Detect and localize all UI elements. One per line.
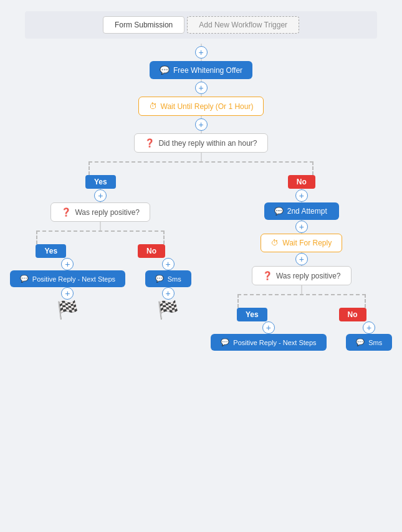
finish-flag-left: 🏁 [57, 300, 79, 320]
add-r-yes[interactable]: + [262, 321, 275, 334]
sub-sub-branch: + 💬 Positive Reply - Next Steps + 🏁 [0, 258, 201, 320]
wait-for-reply-label: Wait For Reply [282, 239, 332, 247]
question-icon-3: ❓ [262, 271, 272, 280]
no-sub-right: + 💬 Sms [346, 321, 392, 351]
add-left-1[interactable]: + [94, 189, 107, 202]
add-right-2[interactable]: + [295, 221, 308, 233]
add-step-2[interactable]: + [195, 82, 208, 94]
right-sub-branch: + 💬 Positive Reply - Next Steps + [201, 321, 403, 351]
condition2-right-node[interactable]: ❓ Was reply positive? [252, 266, 352, 285]
wait-until-node[interactable]: ⏱ Wait Until Reply (Or 1 Hour) [138, 97, 264, 116]
add-right-1[interactable]: + [295, 189, 308, 202]
add-step-1[interactable]: + [195, 46, 208, 59]
positive-reply-right-label: Positive Reply - Next Steps [233, 339, 316, 346]
yes-no-row-1: Yes No [0, 175, 402, 189]
add-step-3[interactable]: + [195, 118, 208, 131]
no-badge-3[interactable]: No [339, 308, 366, 321]
condition2-right-label: Was reply positive? [276, 272, 341, 280]
condition2-left-node[interactable]: ❓ Was reply positive? [50, 202, 150, 222]
branch-right-1: No [201, 175, 403, 189]
sms-icon-2: 💬 [20, 275, 29, 283]
wait-until-label: Wait Until Reply (Or 1 Hour) [161, 102, 254, 111]
condition1-node[interactable]: ❓ Did they reply within an hour? [134, 133, 267, 153]
connector-right-3: + [295, 252, 308, 266]
branch-right-content: + 💬 2nd Attempt + ⏱ Wait For Reply [201, 189, 403, 351]
free-offer-label: Free Whitening Offer [173, 66, 242, 75]
connector-2: + [195, 79, 208, 97]
sms-left-node[interactable]: 💬 Sms [145, 270, 191, 287]
connector-right-2: + [295, 220, 308, 234]
question-icon-2: ❓ [61, 207, 71, 217]
conn-r-no: + [363, 321, 375, 334]
finish-flag-right-left: 🏁 [157, 300, 179, 320]
add-no-sub[interactable]: + [162, 258, 175, 270]
add-r-no[interactable]: + [363, 321, 375, 334]
yes-badge-3[interactable]: Yes [237, 308, 267, 321]
free-offer-node[interactable]: 💬 Free Whitening Offer [150, 61, 252, 79]
trigger-row: Form Submission Add New Workflow Trigger [25, 11, 377, 39]
flow-container: + 💬 Free Whitening Offer + ⏱ Wait Until … [0, 44, 402, 351]
conn-no-sub: + [162, 258, 175, 270]
sms-icon-5: 💬 [221, 338, 229, 346]
connector-right-1: + [295, 189, 308, 202]
conn-no-sub-2: + [162, 287, 175, 300]
conn-yes-sub: + [61, 258, 74, 270]
add-yes-sub[interactable]: + [61, 258, 74, 270]
workflow-canvas: Form Submission Add New Workflow Trigger… [0, 0, 402, 532]
branch-split-1 [0, 153, 402, 175]
branch-left-1: Yes [0, 175, 201, 189]
sub-branch-container: + ❓ Was reply positive? Yes No [0, 189, 402, 351]
condition2-left-label: Was reply positive? [75, 208, 140, 217]
sms-right-node[interactable]: 💬 Sms [346, 334, 392, 351]
positive-reply-left-label: Positive Reply - Next Steps [32, 275, 115, 283]
connector-1: + [195, 44, 208, 61]
sms-right-label: Sms [368, 339, 382, 346]
form-submission-trigger[interactable]: Form Submission [103, 16, 184, 34]
yes-sub-right: + 💬 Positive Reply - Next Steps [211, 321, 326, 351]
yes-no-row-2: Yes No [0, 244, 201, 258]
wait-for-reply-node[interactable]: ⏱ Wait For Reply [261, 234, 342, 252]
connector-left-1: + [94, 189, 107, 202]
no-sub-branch: + 💬 Sms + 🏁 [145, 258, 191, 320]
yes-badge-1[interactable]: Yes [85, 175, 116, 189]
branch-split-right [201, 285, 403, 308]
positive-reply-left-node[interactable]: 💬 Positive Reply - Next Steps [10, 270, 125, 287]
positive-reply-right-node[interactable]: 💬 Positive Reply - Next Steps [211, 334, 326, 351]
yes-sub-branch: + 💬 Positive Reply - Next Steps + 🏁 [10, 258, 125, 320]
add-right-3[interactable]: + [295, 253, 308, 265]
condition1-label: Did they reply within an hour? [158, 139, 257, 148]
no-badge-2[interactable]: No [138, 244, 165, 258]
sms-icon-6: 💬 [356, 338, 365, 346]
add-no-sub-2[interactable]: + [162, 287, 175, 300]
yes-badge-2[interactable]: Yes [36, 244, 66, 258]
attempt2-node[interactable]: 💬 2nd Attempt [264, 202, 339, 220]
conn-r-yes: + [262, 321, 275, 334]
sms-left-label: Sms [168, 275, 181, 283]
wait-icon-2: ⏱ [271, 239, 279, 247]
sms-icon-3: 💬 [155, 275, 164, 283]
no-badge-1[interactable]: No [288, 175, 315, 189]
yes-no-row-3: Yes No [201, 308, 403, 321]
conn-yes-sub-2: + [61, 287, 74, 300]
connector-3: + [195, 116, 208, 133]
attempt2-label: 2nd Attempt [287, 207, 327, 216]
add-yes-sub-2[interactable]: + [61, 287, 74, 300]
wait-icon-1: ⏱ [149, 102, 157, 111]
sms-icon-4: 💬 [274, 207, 284, 216]
question-icon-1: ❓ [145, 138, 155, 148]
add-trigger-button[interactable]: Add New Workflow Trigger [187, 16, 299, 34]
branch-left-content: + ❓ Was reply positive? Yes No [0, 189, 201, 320]
sms-icon-1: 💬 [160, 65, 170, 75]
branch-split-left [0, 222, 201, 244]
